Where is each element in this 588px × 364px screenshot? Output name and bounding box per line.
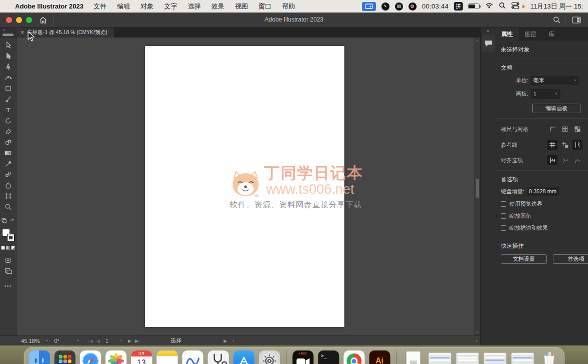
dock-installer-icon[interactable] (403, 350, 424, 364)
spotlight-icon[interactable] (499, 2, 506, 11)
dock-finder-icon[interactable] (29, 350, 50, 364)
menu-edit[interactable]: 编辑 (117, 2, 130, 11)
swap-canvas-icon[interactable] (9, 217, 15, 223)
blend-tool[interactable] (4, 170, 13, 179)
shape-builder-tool[interactable] (4, 138, 13, 147)
lock-guides-icon[interactable] (560, 140, 570, 150)
rotate-view-tool[interactable] (1, 217, 7, 223)
scroll-up-icon[interactable]: ˄ (474, 39, 480, 43)
canvas-pasteboard[interactable]: 丁同学日记本 www.ts006.net 软件、资源、资料网盘直接分享下载 (17, 38, 474, 335)
scroll-right-icon[interactable]: › (476, 338, 477, 343)
dock-window-thumbnail[interactable] (428, 352, 451, 364)
stroke-swatch[interactable] (8, 234, 14, 241)
menu-file[interactable]: 文件 (94, 2, 107, 11)
status-expand-icon[interactable]: ▶ (224, 338, 227, 343)
first-artboard-icon[interactable]: |◀ (88, 338, 93, 343)
dock-launchpad-icon[interactable] (54, 350, 75, 364)
smart-guides-icon[interactable] (572, 140, 582, 150)
rotation-dropdown[interactable]: 0°˅ (52, 336, 81, 345)
scroll-down-icon[interactable]: ˅ (474, 330, 480, 334)
scale-strokes-checkbox[interactable] (501, 225, 506, 231)
direct-selection-tool[interactable] (4, 41, 13, 50)
dock-photos-icon[interactable] (105, 350, 126, 364)
menu-view[interactable]: 视图 (235, 2, 248, 11)
dock-diagnostics-icon[interactable] (208, 350, 229, 364)
scale-corners-checkbox[interactable] (501, 213, 506, 219)
collapse-panels-icon[interactable]: « (481, 29, 495, 34)
previous-artboard-icon[interactable]: ◀ (96, 338, 100, 343)
dock-freeform-icon[interactable] (182, 350, 203, 364)
type-tool[interactable]: T (4, 106, 13, 114)
wifi-icon[interactable] (485, 3, 493, 10)
pen-tool[interactable] (4, 63, 13, 71)
snap-to-pixel-icon[interactable] (572, 155, 582, 165)
paintbrush-tool[interactable] (4, 95, 13, 104)
control-center-icon[interactable] (511, 2, 519, 11)
curvature-tool[interactable] (4, 74, 13, 82)
screen-mode-icon[interactable] (4, 267, 13, 275)
record-icon[interactable] (409, 3, 417, 11)
selection-tool[interactable] (4, 52, 13, 61)
preview-bounds-checkbox[interactable] (501, 201, 506, 207)
artboard-prev-next-icons[interactable]: ‹› (566, 92, 579, 97)
dock-chrome-icon[interactable] (343, 350, 364, 364)
snap-to-grid-icon[interactable] (560, 155, 570, 165)
transparency-grid-icon[interactable] (572, 124, 582, 134)
dock-notes-icon[interactable] (156, 350, 177, 364)
menu-type[interactable]: 文字 (164, 2, 177, 11)
zoom-tool[interactable] (4, 203, 13, 211)
battery-icon[interactable] (468, 4, 480, 9)
artboard-dropdown[interactable]: 1˅ (531, 89, 560, 99)
dock-appstore-icon[interactable] (233, 350, 254, 364)
tab-layers[interactable]: 图层 (519, 28, 542, 41)
toolbar-expand-icon[interactable]: » (3, 28, 5, 33)
next-artboard-icon[interactable]: ▶ (128, 338, 131, 343)
pause-icon[interactable] (395, 3, 403, 11)
dock-window-thumbnail[interactable] (511, 352, 534, 364)
fill-stroke-indicator[interactable] (2, 229, 14, 241)
dock-terminal-icon[interactable]: >_ (318, 350, 339, 364)
dock-window-thumbnail[interactable] (483, 352, 506, 364)
menu-select[interactable]: 选择 (188, 2, 201, 11)
dock-window-thumbnail[interactable] (456, 352, 479, 364)
gradient-button[interactable] (6, 246, 10, 250)
rectangle-tool[interactable] (4, 84, 13, 93)
grid-icon[interactable] (560, 124, 570, 134)
show-guides-icon[interactable] (547, 140, 557, 150)
dock-screen-recorder-icon[interactable]: ● REC (292, 350, 313, 364)
app-menu-title[interactable]: Adobe Illustrator 2023 (15, 3, 84, 10)
unit-dropdown[interactable]: 毫米˅ (531, 76, 579, 85)
scroll-left-icon[interactable]: ‹ (233, 338, 234, 343)
search-icon[interactable] (553, 16, 560, 26)
tab-properties[interactable]: 属性 (495, 28, 519, 41)
workspace-switcher-icon[interactable] (572, 17, 581, 26)
dock-safari-icon[interactable] (80, 350, 101, 364)
dock-trash-icon[interactable] (538, 350, 559, 364)
toolbar-drag-handle[interactable] (3, 34, 14, 36)
canvas-vertical-scrollbar[interactable]: ˄ ˅ (474, 38, 480, 335)
menu-bar-clock[interactable]: 11月13日 周一 15: (530, 2, 583, 11)
draw-mode-icon[interactable] (4, 256, 13, 265)
preferences-button[interactable]: 首选项 (553, 254, 588, 264)
close-tab-icon[interactable]: × (21, 29, 24, 36)
rotate-tool[interactable] (4, 117, 13, 125)
dock-calendar-icon[interactable]: 11月 13 (131, 350, 152, 364)
artboard-tool[interactable] (4, 192, 13, 200)
edit-artboard-button[interactable]: 编辑画板 (532, 104, 580, 113)
color-button[interactable] (1, 246, 5, 250)
scrollbar-thumb[interactable] (476, 179, 479, 198)
zoom-level-dropdown[interactable]: 45.18%˅ (19, 336, 50, 345)
artboard-number-dropdown[interactable]: 1˅ (103, 338, 124, 344)
more-tools-icon[interactable]: ••• (5, 283, 12, 289)
snap-to-point-icon[interactable] (547, 155, 557, 165)
eraser-tool[interactable] (4, 127, 13, 136)
menu-effect[interactable]: 效果 (212, 2, 225, 11)
menu-help[interactable]: 帮助 (282, 2, 295, 11)
annotate-icon[interactable]: ✎ (381, 3, 389, 11)
menu-window[interactable]: 窗口 (259, 2, 272, 11)
document-setup-button[interactable]: 文档设置 (501, 254, 547, 264)
symbols-tool[interactable] (4, 181, 13, 190)
pinyin-input-icon[interactable]: 拼 (454, 2, 463, 11)
gradient-tool[interactable] (4, 149, 13, 157)
menu-object[interactable]: 对象 (141, 2, 154, 11)
